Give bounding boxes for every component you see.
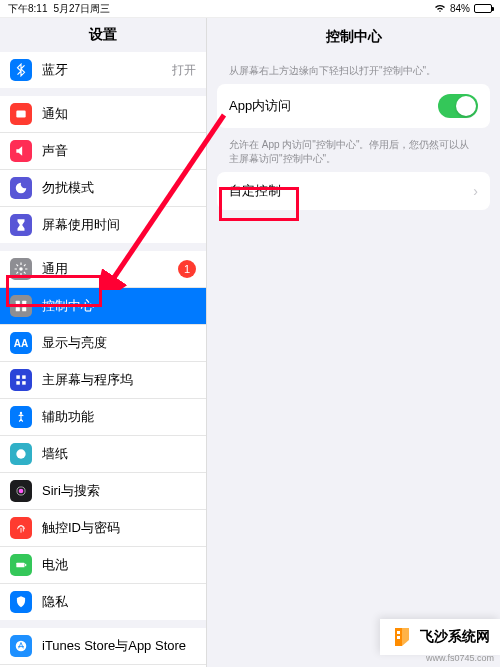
app-access-toggle[interactable]: [438, 94, 478, 118]
logo-icon: [390, 625, 414, 649]
display-icon: AA: [10, 332, 32, 354]
battery-pct: 84%: [450, 3, 470, 14]
sidebar-item-label: 声音: [42, 142, 196, 160]
sidebar-item-bluetooth[interactable]: 蓝牙打开: [0, 52, 206, 88]
notify-icon: [10, 103, 32, 125]
svg-rect-5: [22, 307, 26, 311]
gear-icon: [10, 258, 32, 280]
sidebar-item-wallpaper[interactable]: 墙纸: [0, 436, 206, 473]
sidebar-item-moon[interactable]: 勿扰模式: [0, 170, 206, 207]
settings-sidebar[interactable]: 设置 蓝牙打开通知声音勿扰模式屏幕使用时间通用1控制中心AA显示与亮度主屏幕与程…: [0, 18, 207, 667]
sidebar-item-battery[interactable]: 电池: [0, 547, 206, 584]
sidebar-item-label: 控制中心: [42, 297, 196, 315]
svg-rect-6: [16, 375, 20, 379]
wifi-icon: [434, 3, 446, 15]
appstore-icon: [10, 635, 32, 657]
notification-badge: 1: [178, 260, 196, 278]
sidebar-item-privacy[interactable]: 隐私: [0, 584, 206, 620]
svg-rect-0: [16, 111, 25, 118]
content-hint-2: 允许在 App 内访问"控制中心"。停用后，您仍然可以从主屏幕访问"控制中心"。: [217, 132, 490, 172]
site-name: 飞沙系统网: [420, 628, 490, 646]
svg-rect-14: [16, 563, 24, 568]
home-icon: [10, 369, 32, 391]
sidebar-item-label: 主屏幕与程序坞: [42, 371, 196, 389]
sidebar-item-label: 辅助功能: [42, 408, 196, 426]
app-access-label: App内访问: [229, 97, 291, 115]
sidebar-item-label: 触控ID与密码: [42, 519, 196, 537]
svg-point-16: [16, 641, 27, 652]
sidebar-item-siri[interactable]: Siri与搜索: [0, 473, 206, 510]
app-access-row[interactable]: App内访问: [217, 84, 490, 128]
sidebar-item-label: 蓝牙: [42, 61, 172, 79]
wallpaper-icon: [10, 443, 32, 465]
svg-rect-8: [16, 381, 20, 385]
svg-point-13: [19, 489, 24, 494]
watermark: www.fs0745.com: [426, 653, 494, 663]
svg-rect-9: [22, 381, 26, 385]
sidebar-item-hourglass[interactable]: 屏幕使用时间: [0, 207, 206, 243]
sidebar-item-label: Siri与搜索: [42, 482, 196, 500]
status-bar: 下午8:11 5月27日周三 84%: [0, 0, 500, 18]
sidebar-item-label: 通知: [42, 105, 196, 123]
hourglass-icon: [10, 214, 32, 236]
sidebar-item-control[interactable]: 控制中心: [0, 288, 206, 325]
privacy-icon: [10, 591, 32, 613]
control-icon: [10, 295, 32, 317]
sidebar-item-display[interactable]: AA显示与亮度: [0, 325, 206, 362]
svg-point-10: [20, 412, 22, 414]
svg-rect-25: [397, 636, 400, 639]
site-logo-overlay: 飞沙系统网: [380, 619, 500, 655]
customize-controls-row[interactable]: 自定控制 ›: [217, 172, 490, 210]
svg-rect-24: [397, 631, 400, 634]
sidebar-item-touchid[interactable]: 触控ID与密码: [0, 510, 206, 547]
svg-point-11: [16, 449, 25, 458]
sidebar-item-home[interactable]: 主屏幕与程序坞: [0, 362, 206, 399]
chevron-right-icon: ›: [473, 183, 478, 199]
svg-rect-15: [25, 564, 26, 566]
sidebar-item-label: 隐私: [42, 593, 196, 611]
sidebar-item-sound[interactable]: 声音: [0, 133, 206, 170]
svg-rect-3: [22, 301, 26, 305]
moon-icon: [10, 177, 32, 199]
siri-icon: [10, 480, 32, 502]
sound-icon: [10, 140, 32, 162]
touchid-icon: [10, 517, 32, 539]
sidebar-item-label: 电池: [42, 556, 196, 574]
battery-icon: [10, 554, 32, 576]
svg-rect-2: [16, 301, 20, 305]
access-icon: [10, 406, 32, 428]
sidebar-item-appstore[interactable]: iTunes Store与App Store: [0, 628, 206, 665]
content-hint-1: 从屏幕右上方边缘向下轻扫以打开"控制中心"。: [217, 58, 490, 84]
sidebar-item-notify[interactable]: 通知: [0, 96, 206, 133]
sidebar-title: 设置: [0, 18, 206, 52]
bluetooth-icon: [10, 59, 32, 81]
battery-icon: [474, 4, 492, 13]
content-pane: 控制中心 从屏幕右上方边缘向下轻扫以打开"控制中心"。 App内访问 允许在 A…: [207, 18, 500, 667]
sidebar-item-gear[interactable]: 通用1: [0, 251, 206, 288]
customize-label: 自定控制: [229, 182, 281, 200]
svg-point-1: [19, 267, 23, 271]
sidebar-item-label: 墙纸: [42, 445, 196, 463]
svg-rect-7: [22, 375, 26, 379]
sidebar-item-label: 显示与亮度: [42, 334, 196, 352]
sidebar-item-access[interactable]: 辅助功能: [0, 399, 206, 436]
sidebar-item-label: 屏幕使用时间: [42, 216, 196, 234]
sidebar-item-label: 勿扰模式: [42, 179, 196, 197]
status-time: 下午8:11: [8, 2, 47, 16]
sidebar-item-label: iTunes Store与App Store: [42, 637, 196, 655]
content-title: 控制中心: [217, 18, 490, 58]
status-date: 5月27日周三: [53, 2, 110, 16]
sidebar-item-value: 打开: [172, 62, 196, 79]
svg-rect-4: [16, 307, 20, 311]
sidebar-item-label: 通用: [42, 260, 178, 278]
